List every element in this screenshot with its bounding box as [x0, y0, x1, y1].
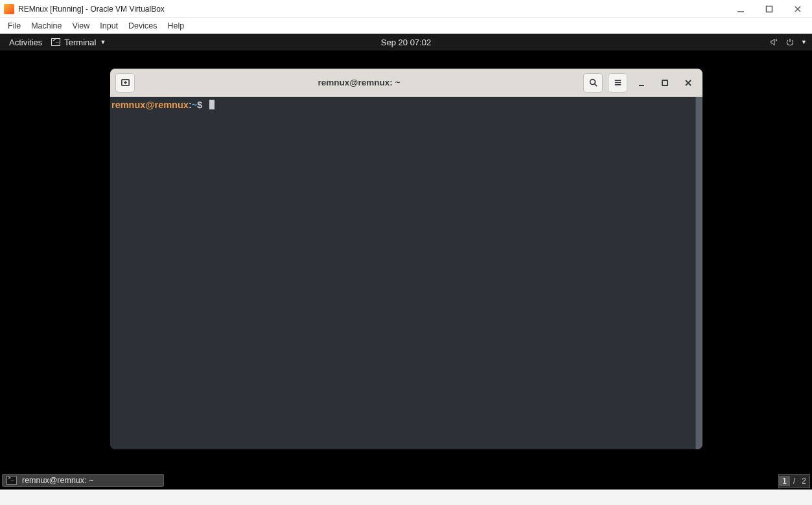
- terminal-icon: [51, 38, 60, 46]
- terminal-headerbar: remnux@remnux: ~: [110, 69, 702, 97]
- terminal-maximize-button[interactable]: [656, 74, 674, 92]
- workspace-current: 1: [779, 476, 790, 486]
- terminal-menu-button[interactable]: [608, 73, 627, 93]
- chevron-down-icon: ▼: [100, 39, 106, 45]
- vbox-titlebar: REMnux [Running] - Oracle VM VirtualBox: [0, 0, 812, 18]
- svg-rect-1: [767, 6, 772, 12]
- terminal-window: remnux@remnux: ~ remnux@r: [110, 69, 702, 449]
- gnome-activities-button[interactable]: Activities: [5, 38, 46, 47]
- gnome-clock[interactable]: Sep 20 07:02: [381, 38, 431, 47]
- vbox-menu-devices[interactable]: Devices: [123, 20, 162, 32]
- vbox-maximize-button[interactable]: [764, 4, 774, 14]
- terminal-window-title: remnux@remnux: ~: [135, 78, 583, 87]
- terminal-new-tab-button[interactable]: [115, 73, 135, 93]
- vbox-menu-machine[interactable]: Machine: [26, 20, 67, 32]
- terminal-search-button[interactable]: [583, 73, 603, 93]
- vbox-menubar: File Machine View Input Devices Help: [0, 18, 812, 34]
- vbox-menu-file[interactable]: File: [3, 20, 26, 32]
- vbox-minimize-button[interactable]: [736, 4, 746, 14]
- window-list-item-label: remnux@remnux: ~: [22, 476, 93, 485]
- vbox-menu-view[interactable]: View: [67, 20, 95, 32]
- svg-line-8: [594, 84, 597, 87]
- prompt-user-host: remnux@remnux: [111, 100, 189, 110]
- terminal-minimize-button[interactable]: [632, 74, 651, 92]
- terminal-icon: [6, 476, 17, 485]
- gnome-app-menu[interactable]: Terminal ▼: [46, 38, 111, 47]
- workspace-sep: /: [790, 476, 798, 486]
- workspace-total: 2: [798, 476, 809, 486]
- vbox-statusbar: [0, 489, 812, 505]
- terminal-body[interactable]: remnux@remnux:~$: [110, 97, 702, 449]
- workspace-pager[interactable]: 1/2: [778, 474, 810, 488]
- virtualbox-icon: [4, 4, 14, 14]
- vbox-menu-input[interactable]: Input: [95, 20, 123, 32]
- prompt-symbol: $: [197, 100, 202, 110]
- gnome-app-menu-label: Terminal: [64, 38, 96, 47]
- guest-screen: Activities Terminal ▼ Sep 20 07:02 ▼ rem…: [0, 34, 812, 489]
- terminal-cursor: [209, 100, 215, 109]
- vbox-window-title: REMnux [Running] - Oracle VM VirtualBox: [18, 5, 165, 14]
- terminal-scrollbar[interactable]: [695, 97, 702, 449]
- prompt-path: ~: [192, 100, 197, 110]
- vbox-menu-help[interactable]: Help: [163, 20, 190, 32]
- gnome-topbar: Activities Terminal ▼ Sep 20 07:02 ▼: [0, 34, 812, 50]
- gnome-status-area[interactable]: ▼: [770, 38, 807, 47]
- gnome-window-list: remnux@remnux: ~: [2, 472, 164, 488]
- vbox-window-controls: [736, 4, 808, 14]
- speaker-mute-icon: [770, 38, 779, 47]
- svg-point-7: [590, 80, 595, 85]
- vbox-close-button[interactable]: [793, 4, 803, 14]
- svg-rect-13: [662, 80, 667, 85]
- terminal-content[interactable]: remnux@remnux:~$: [110, 97, 695, 449]
- window-list-item-terminal[interactable]: remnux@remnux: ~: [2, 474, 164, 487]
- power-icon: [785, 38, 795, 47]
- chevron-down-icon: ▼: [801, 39, 807, 45]
- terminal-close-button[interactable]: [679, 74, 697, 92]
